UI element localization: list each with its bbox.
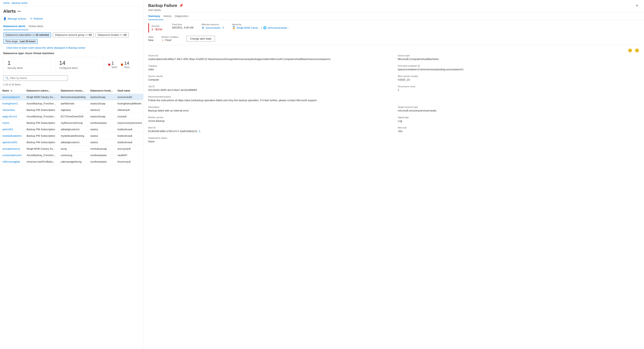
sev0-badge: 1 Sev0 [108,60,117,69]
refresh-button[interactable]: ↻ Refresh [30,17,43,20]
table-row[interactable]: kosinghavm1 AzureBackup_Function... aari… [0,100,143,107]
table-row[interactable]: myvm Backup PM Subscription myResourceGr… [0,120,143,126]
table-row[interactable]: advm001 Backup PM Subscription adbalajic… [0,126,143,133]
alert-version-label: Alert version number [398,75,639,77]
table-row[interactable]: v2linmanagbek sriramsa-IaaSVmBaku... zak… [0,158,143,165]
cell-vault: clitestvault [115,107,143,113]
cell-name[interactable]: kosinghavm1 [0,100,24,107]
copy-alert-id-icon[interactable]: ⎘ [199,130,200,133]
panel-tab-diagnostics[interactable]: Diagnostics [175,12,192,20]
target-resource-type-value: microsoft.recoveryservices/vaults [398,109,639,112]
pin-icon[interactable]: 📌 [179,4,183,8]
feedback-row: 🙂 🙁 [148,48,639,53]
cell-name[interactable]: restdedicatedvm [0,133,24,139]
cell-name[interactable]: climachine [0,107,24,113]
cell-subscription: Backup PM Subscription [24,126,58,133]
source-version-label: Source version [148,75,390,77]
category-item: Category Jobs [148,65,390,71]
panel-tab-summary[interactable]: Summary [148,12,163,20]
filter-resource-group[interactable]: Datasource resource group == All [53,32,94,37]
hierarchy-value: 🏅 Nirajk-MAB Canar... › 🌐 dsmovecanaryte… [232,26,289,29]
table-row[interactable]: aptestvm001 Backup PM Subscription adbal… [0,139,143,146]
cell-name[interactable]: advm001 [0,126,24,133]
table-row[interactable]: restdedicatedvm Backup PM Subscription m… [0,133,143,139]
table-row[interactable]: climachine Backup PM Subscription saphan… [0,107,143,113]
cell-subscription: Backup PM Subscription [24,120,58,126]
table-row[interactable]: sourceiaasvm1 Nirajk-MAB Canary Su... ds… [0,94,143,100]
close-panel-button[interactable]: ✕ [635,3,639,8]
cell-location: westus2 [88,107,115,113]
hierarchy-item1[interactable]: Nirajk-MAB Canar... [237,26,260,29]
search-input-wrapper: 🔍 [3,75,68,81]
hierarchy-item2[interactable]: dsmovecanaryte... [268,26,289,29]
thumbs-down-button[interactable]: 🙁 [635,48,639,53]
tab-global-alerts[interactable]: Global alerts [28,22,46,30]
cell-vault: testbcdrvault [115,126,143,133]
cell-subscription: Backup PM Subscription [24,107,58,113]
target-resource-type-item: Target resource type microsoft.recoverys… [398,106,639,112]
change-alert-state-button[interactable]: Change alert state [186,36,215,42]
col-header-location[interactable]: Datasource locati... [88,88,115,94]
more-options-icon[interactable]: ••• [17,10,21,13]
table-row[interactable]: arpja-drl-zn1 AzureBackup_Function... EC… [0,113,143,120]
cell-resource-group: saphana [58,107,88,113]
breadcrumb-backup-center[interactable]: Backup center [12,2,28,4]
cell-name[interactable]: myvm [0,120,24,126]
severity-label: Severity [152,25,162,27]
thumbs-up-button[interactable]: 🙂 [628,48,632,53]
recommended-actions-value: Follow the instructions at https://aka.m… [148,99,639,102]
cell-resource-group: contosorg [58,152,88,158]
description-value: Backup failed with an internal error. [148,109,390,112]
cell-location: southeastasia [88,152,115,158]
summary-cards: 1 Security alerts 14 Configured alerts 1… [0,57,143,75]
sev0-count: 1 [112,60,117,66]
col-header-vault[interactable]: Vault name [115,88,143,94]
category-value: Jobs [148,68,390,71]
table-row[interactable]: arvsaphanaccy Nirajk-MAB Canary Su... ar… [0,146,143,152]
cell-name[interactable]: sourceiaasvm1 [0,94,24,100]
col-header-resource-group[interactable]: Datasource resour... [58,88,88,94]
cell-resource-group: zakmanagedvmrg [58,158,88,165]
copy-resource-icon[interactable]: ⎘ [222,26,224,29]
configured-alerts-card[interactable]: 14 Configured alerts [55,57,104,72]
alert-rule-value: -NA- [398,130,639,133]
first-level-container-label: First level container ID [398,65,639,67]
filter-time-range[interactable]: Time range : Last 24 hours [3,39,38,44]
cell-location: eastus2euap [88,100,115,107]
cell-location: southeastasia [88,120,115,126]
filter-location-label: Datasource location == [98,34,122,36]
search-bar: 🔍 [0,75,143,82]
monitor-service-value: Azure Backup [148,119,390,122]
cell-name[interactable]: arpja-drl-zn1 [0,113,24,120]
panel-title-text: Backup Failure [148,3,177,8]
filter-location-value: All [124,34,126,36]
affected-resource-value[interactable]: 🖥 sourcevault1 ⎘ [202,26,224,29]
col-header-name[interactable]: Name ⇅ [0,88,24,94]
security-alerts-count: 1 [8,60,48,66]
search-input[interactable] [10,76,66,80]
cell-subscription: Nirajk-MAB Canary Su... [24,94,58,100]
suppression-status-value: None [148,140,390,143]
manage-actions-button[interactable]: 👤 Manage actions [3,17,26,20]
panel-tab-history[interactable]: History [163,12,175,20]
cell-name[interactable]: arvsaphanaccy [0,146,24,152]
filter-subscription[interactable]: Datasource subscription == 62 selected [3,32,51,37]
alerts-table: Name ⇅ Datasource subscr... Datasource r… [0,88,143,165]
cell-name[interactable]: contosodemovm [0,152,24,158]
cell-resource-group: dsmovecanarytesting [58,94,88,100]
breadcrumb-sep2: › [28,2,29,4]
source-type-item: Source type Microsoft.Compute/virtualMac… [398,54,639,60]
description-label: Description [148,106,390,108]
breadcrumb-home[interactable]: Home [3,2,10,4]
severity-value: 1 - Error [152,28,162,31]
security-alerts-card[interactable]: 1 Security alerts [3,57,52,72]
signal-type-item: Signal type Log [398,116,639,122]
cell-name[interactable]: v2linmanagbek [0,158,24,165]
filter-location[interactable]: Datasource location == All [96,32,129,37]
table-row[interactable]: contosodemovm AzureBackup_Function... co… [0,152,143,158]
signal-type-label: Signal type [398,116,639,118]
cell-name[interactable]: aptestvm001 [0,139,24,146]
cell-location: southeastasia [88,158,115,165]
tab-datasource-alerts[interactable]: Datasource alerts [3,22,28,30]
col-header-subscription[interactable]: Datasource subscr... [24,88,58,94]
